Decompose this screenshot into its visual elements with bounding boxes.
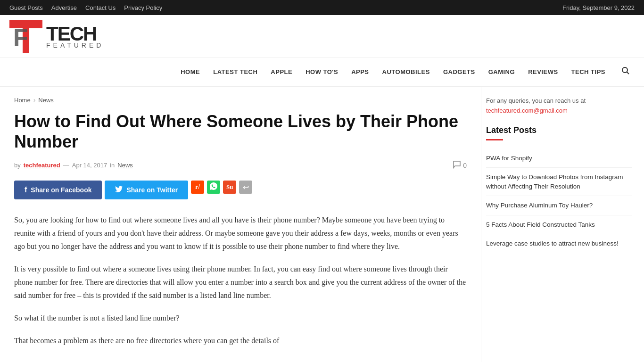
share-whatsapp-button[interactable] <box>207 181 220 194</box>
sidebar-title-underline <box>486 139 503 140</box>
guest-posts-link[interactable]: Guest Posts <box>9 4 43 11</box>
nav-how-tos[interactable]: HOW TO'S <box>299 60 345 84</box>
logo-area[interactable]: F TECH FEATURED <box>9 20 170 53</box>
nav-items: HOME LATEST TECH APPLE HOW TO'S APPS AUT… <box>174 60 612 84</box>
article-paragraph-4: That becomes a problem as there are no f… <box>14 334 467 347</box>
sidebar-post-link-4[interactable]: 5 Facts About Field Constructed Tanks <box>486 220 632 230</box>
share-facebook-button[interactable]: f Share on Facebook <box>14 181 102 199</box>
sidebar-post-link-5[interactable]: Leverage case studies to attract new bus… <box>486 239 632 248</box>
article-paragraph-1: So, you are looking for how to find out … <box>14 214 467 253</box>
nav-gaming[interactable]: GAMING <box>482 60 521 84</box>
svg-point-2 <box>622 67 627 73</box>
comment-count: 0 <box>463 162 467 169</box>
sidebar-post-link-2[interactable]: Simple Way to Download Photos from Insta… <box>486 173 632 191</box>
nav-home[interactable]: HOME <box>174 60 206 84</box>
breadcrumb-current: News <box>38 97 54 104</box>
share-other-button[interactable]: ↩ <box>239 181 252 194</box>
top-bar-links: Guest Posts Advertise Contact Us Privacy… <box>9 4 162 11</box>
share-twitter-button[interactable]: Share on Twitter <box>105 181 188 199</box>
sidebar-posts-list: PWA for Shopify Simple Way to Download P… <box>486 149 632 253</box>
logo-tech: TECH <box>46 24 104 44</box>
stumble-icon: Su <box>226 183 233 191</box>
share-stumble-button[interactable]: Su <box>223 181 236 194</box>
article-paragraph-2: It is very possible to find out where a … <box>14 263 467 302</box>
whatsapp-icon <box>210 182 217 192</box>
nav-gadgets[interactable]: GADGETS <box>437 60 482 84</box>
sidebar-contact-text: For any queries, you can reach us at <box>486 97 586 104</box>
breadcrumb-separator: › <box>33 96 36 104</box>
share-other-icon: ↩ <box>243 183 249 192</box>
svg-text:F: F <box>13 24 28 51</box>
logo-text: TECH FEATURED <box>46 24 104 49</box>
article-paragraph-3: So what if the number is not a listed la… <box>14 312 467 325</box>
breadcrumb: Home › News <box>14 96 467 104</box>
share-buttons: f Share on Facebook Share on Twitter r/ <box>14 181 467 199</box>
share-facebook-label: Share on Facebook <box>31 186 91 194</box>
advertise-link[interactable]: Advertise <box>51 4 77 11</box>
meta-dash: — <box>63 162 69 169</box>
comment-icon <box>453 160 461 170</box>
main-container: Home › News How to Find Out Where Someon… <box>0 87 644 362</box>
list-item: PWA for Shopify <box>486 149 632 168</box>
article-title: How to Find Out Where Someone Lives by T… <box>14 111 467 152</box>
nav-tech-tips[interactable]: TECH TIPS <box>565 60 612 84</box>
list-item: Simple Way to Download Photos from Insta… <box>486 168 632 196</box>
nav-automobiles[interactable]: AUTOMOBILES <box>376 60 437 84</box>
list-item: Leverage case studies to attract new bus… <box>486 234 632 253</box>
top-bar: Guest Posts Advertise Contact Us Privacy… <box>0 0 644 15</box>
meta-category-link[interactable]: News <box>117 162 133 169</box>
share-twitter-label: Share on Twitter <box>126 186 178 194</box>
meta-left: by techfeatured — Apr 14, 2017 in News <box>14 162 133 169</box>
nav-reviews[interactable]: REVIEWS <box>521 60 564 84</box>
list-item: Why Purchase Aluminum Toy Hauler? <box>486 196 632 215</box>
sidebar-contact: For any queries, you can reach us at tec… <box>486 96 632 116</box>
reddit-icon: r/ <box>195 183 200 191</box>
sidebar: For any queries, you can reach us at tec… <box>481 87 641 362</box>
nav-apple[interactable]: APPLE <box>264 60 299 84</box>
sidebar-contact-email[interactable]: techfeatured.com@gmail.com <box>486 107 568 114</box>
site-header: F TECH FEATURED <box>0 15 644 58</box>
current-date: Friday, September 9, 2022 <box>562 4 635 11</box>
article-content: So, you are looking for how to find out … <box>14 214 467 347</box>
nav-apps[interactable]: APPS <box>345 60 375 84</box>
content-area: Home › News How to Find Out Where Someon… <box>0 87 481 362</box>
breadcrumb-home-link[interactable]: Home <box>14 97 31 104</box>
meta-author-link[interactable]: techfeatured <box>24 162 60 169</box>
meta-comments[interactable]: 0 <box>453 160 467 170</box>
meta-in-label: in <box>110 162 115 169</box>
article-meta: by techfeatured — Apr 14, 2017 in News 0 <box>14 160 467 170</box>
list-item: 5 Facts About Field Constructed Tanks <box>486 215 632 235</box>
nav-latest-tech[interactable]: LATEST TECH <box>206 60 264 84</box>
contact-us-link[interactable]: Contact Us <box>85 4 116 11</box>
sidebar-post-link-3[interactable]: Why Purchase Aluminum Toy Hauler? <box>486 201 632 210</box>
main-nav: HOME LATEST TECH APPLE HOW TO'S APPS AUT… <box>0 58 644 87</box>
share-reddit-button[interactable]: r/ <box>191 181 204 194</box>
svg-line-3 <box>627 72 629 74</box>
facebook-icon: f <box>25 186 27 194</box>
logo-featured: FEATURED <box>46 42 104 49</box>
sidebar-post-link-1[interactable]: PWA for Shopify <box>486 154 632 163</box>
sidebar-latest-posts-title: Latest Posts <box>486 125 632 135</box>
meta-date: Apr 14, 2017 <box>72 162 107 169</box>
privacy-policy-link[interactable]: Privacy Policy <box>124 4 162 11</box>
logo-icon: F <box>9 20 42 53</box>
meta-by-label: by <box>14 162 21 169</box>
search-icon[interactable] <box>617 58 635 86</box>
twitter-icon <box>115 185 123 195</box>
